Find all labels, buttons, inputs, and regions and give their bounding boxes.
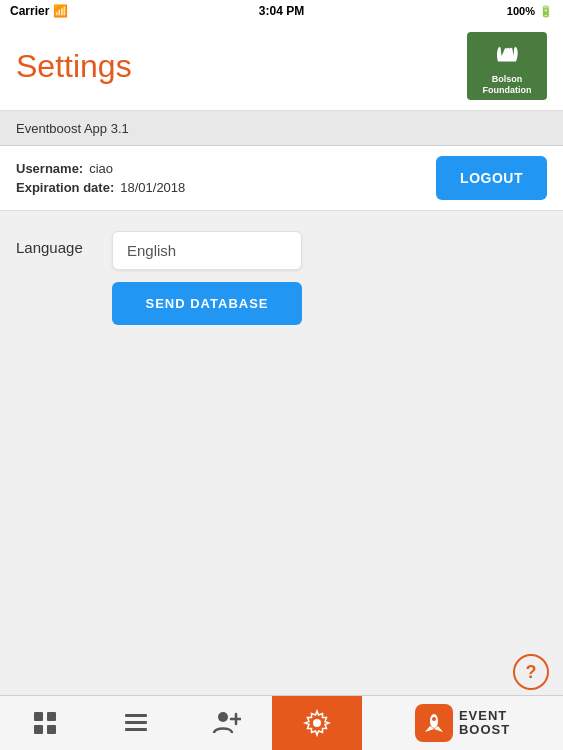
tab-list[interactable] xyxy=(91,696,182,750)
eventboost-brand: EVENT BOOST xyxy=(362,704,563,742)
svg-rect-2 xyxy=(47,712,56,721)
language-controls: English SEND DATABASE xyxy=(112,231,302,325)
organization-logo: BolsonFoundation xyxy=(467,32,547,100)
language-label: Language xyxy=(16,231,96,256)
svg-rect-1 xyxy=(34,712,43,721)
username-value: ciao xyxy=(89,161,113,176)
add-person-icon xyxy=(208,705,244,741)
expiration-row: Expiration date: 18/01/2018 xyxy=(16,180,185,195)
help-button[interactable]: ? xyxy=(513,654,549,690)
expiration-label: Expiration date: xyxy=(16,180,114,195)
grid-icon xyxy=(27,705,63,741)
list-icon xyxy=(118,705,154,741)
tab-add-person[interactable] xyxy=(181,696,272,750)
svg-rect-7 xyxy=(125,728,147,731)
status-bar: Carrier 📶 3:04 PM 100% 🔋 xyxy=(0,0,563,22)
logo-name: BolsonFoundation xyxy=(483,74,532,96)
svg-rect-4 xyxy=(47,725,56,734)
status-time: 3:04 PM xyxy=(259,4,304,18)
settings-icon xyxy=(299,705,335,741)
battery-icon: 🔋 xyxy=(539,5,553,18)
user-info-labels: Username: ciao Expiration date: 18/01/20… xyxy=(16,161,185,195)
user-info-row: Username: ciao Expiration date: 18/01/20… xyxy=(0,146,563,211)
page-title: Settings xyxy=(16,48,132,85)
svg-rect-3 xyxy=(34,725,43,734)
svg-point-11 xyxy=(313,719,321,727)
username-label: Username: xyxy=(16,161,83,176)
svg-rect-5 xyxy=(125,714,147,717)
wifi-icon: 📶 xyxy=(53,4,68,18)
eventboost-logo-icon xyxy=(415,704,453,742)
language-select[interactable]: English xyxy=(112,231,302,270)
app-info-row: Eventboost App 3.1 xyxy=(0,111,563,146)
tab-settings[interactable] xyxy=(272,696,363,750)
tab-grid[interactable] xyxy=(0,696,91,750)
send-database-button[interactable]: SEND DATABASE xyxy=(112,282,302,325)
svg-rect-6 xyxy=(125,721,147,724)
status-carrier: Carrier 📶 xyxy=(10,4,68,18)
tab-bar: EVENT BOOST xyxy=(0,695,563,750)
username-row: Username: ciao xyxy=(16,161,185,176)
logout-button[interactable]: LOGOUT xyxy=(436,156,547,200)
language-section: Language English SEND DATABASE xyxy=(16,231,547,325)
carrier-label: Carrier xyxy=(10,4,49,18)
svg-point-15 xyxy=(432,717,436,721)
expiration-value: 18/01/2018 xyxy=(120,180,185,195)
status-battery: 100% 🔋 xyxy=(507,5,553,18)
main-content: Language English SEND DATABASE xyxy=(0,211,563,345)
app-version-label: Eventboost App 3.1 xyxy=(16,121,129,136)
svg-point-8 xyxy=(218,712,228,722)
header: Settings BolsonFoundation xyxy=(0,22,563,111)
eventboost-label: EVENT BOOST xyxy=(459,709,510,738)
battery-label: 100% xyxy=(507,5,535,17)
bolson-foundation-icon xyxy=(487,36,527,72)
